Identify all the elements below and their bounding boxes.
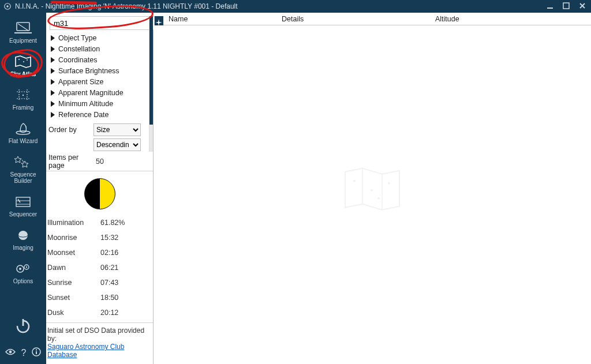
moon-phase-icon: [84, 178, 115, 209]
filter-reference-date[interactable]: Reference Date: [48, 109, 151, 120]
svg-rect-2: [547, 7, 553, 9]
search-input[interactable]: [50, 16, 155, 30]
items-per-page-label: Items per page: [48, 153, 93, 170]
chevron-right-icon: [51, 79, 55, 85]
results-header: Name Details Altitude: [154, 13, 591, 25]
laptop-icon: [13, 21, 33, 36]
filter-apparent-magnitude[interactable]: Apparent Magnitude: [48, 87, 151, 98]
sunset-value: 18:50: [100, 294, 118, 302]
sidebar-item-options[interactable]: Options: [3, 258, 43, 289]
gear-icon: [13, 261, 33, 276]
svg-point-13: [19, 268, 21, 270]
search-panel: Object Type Constellation Coordinates Su…: [46, 13, 154, 364]
sunset-label: Sunset: [47, 294, 100, 302]
moonset-label: Moonset: [47, 249, 100, 257]
chevron-right-icon: [51, 57, 55, 63]
chevron-right-icon: [51, 90, 55, 96]
svg-rect-20: [36, 351, 37, 354]
window-maximize-button[interactable]: [561, 2, 571, 11]
dusk-value: 20:12: [100, 309, 118, 317]
dawn-label: Dawn: [47, 264, 100, 272]
window-minimize-button[interactable]: [545, 2, 555, 11]
chevron-right-icon: [51, 112, 55, 118]
filter-surface-brightness[interactable]: Surface Brightness: [48, 65, 151, 76]
svg-point-8: [23, 95, 24, 96]
chevron-right-icon: [51, 68, 55, 74]
svg-rect-3: [563, 3, 569, 9]
sidebar-item-sequence-builder[interactable]: Sequence Builder: [3, 151, 43, 189]
svg-point-25: [377, 197, 380, 199]
chevron-right-icon: [51, 101, 55, 107]
sidebar-item-sky-atlas[interactable]: Sky Atlas: [3, 51, 43, 82]
column-header-name[interactable]: Name: [169, 15, 282, 23]
eye-icon[interactable]: [5, 348, 16, 358]
sidebar: Equipment Sky Atlas Framing Flat Wizard: [0, 13, 46, 364]
help-icon[interactable]: ?: [21, 348, 27, 358]
star-sequence-icon: [13, 155, 33, 170]
moonrise-value: 15:32: [100, 234, 118, 242]
illumination-label: Illumination: [47, 219, 100, 227]
order-by-select[interactable]: Size: [93, 123, 141, 136]
svg-point-6: [23, 61, 24, 62]
svg-point-24: [388, 182, 390, 184]
credits-link[interactable]: Saguaro Astronomy Club Database: [47, 343, 124, 359]
scrollbar[interactable]: [149, 16, 153, 152]
filter-list: Object Type Constellation Coordinates Su…: [46, 32, 153, 122]
order-direction-select[interactable]: Descendin: [93, 138, 141, 151]
svg-rect-21: [36, 350, 37, 351]
sequencer-icon: [13, 194, 33, 209]
column-header-altitude[interactable]: Altitude: [435, 15, 591, 23]
svg-point-1: [6, 5, 9, 7]
credits-block: Initial set of DSO Data provided by: Sag…: [46, 322, 153, 364]
window-titlebar: N.I.N.A. - Nighttime Imaging 'N' Astrono…: [0, 0, 591, 13]
window-close-button[interactable]: [577, 2, 588, 11]
filter-apparent-size[interactable]: Apparent Size: [48, 76, 151, 87]
column-header-details[interactable]: Details: [282, 15, 435, 23]
chevron-right-icon: [51, 35, 55, 41]
svg-point-18: [9, 351, 12, 354]
illumination-value: 61.82%: [100, 219, 125, 227]
sidebar-item-label: Sequence Builder: [3, 171, 43, 184]
sidebar-item-label: Sky Atlas: [10, 71, 36, 77]
sidebar-item-label: Equipment: [9, 37, 37, 44]
sidebar-item-label: Options: [13, 278, 33, 284]
svg-point-5: [18, 59, 20, 60]
power-button[interactable]: [10, 313, 36, 339]
svg-rect-10: [16, 197, 30, 207]
info-icon[interactable]: [32, 347, 41, 358]
dawn-value: 06:21: [100, 264, 118, 272]
svg-point-15: [26, 267, 27, 268]
moonrise-label: Moonrise: [47, 234, 100, 242]
credits-text: Initial set of DSO Data provided by:: [47, 327, 144, 343]
filter-coordinates[interactable]: Coordinates: [48, 54, 151, 65]
planet-icon: [13, 228, 33, 243]
sidebar-item-equipment[interactable]: Equipment: [3, 17, 43, 48]
sidebar-item-flat-wizard[interactable]: Flat Wizard: [3, 118, 43, 149]
svg-point-22: [353, 179, 356, 182]
sunrise-value: 07:43: [100, 279, 118, 287]
filter-constellation[interactable]: Constellation: [48, 43, 151, 54]
map-icon: [13, 54, 33, 69]
map-watermark-icon: [341, 164, 404, 215]
order-by-label: Order by: [48, 126, 93, 134]
svg-point-7: [27, 59, 28, 61]
sidebar-item-framing[interactable]: Framing: [3, 84, 43, 115]
sidebar-item-label: Sequencer: [9, 211, 37, 217]
svg-point-11: [18, 231, 28, 240]
framing-icon: [13, 88, 33, 103]
results-body: [154, 25, 591, 364]
chevron-right-icon: [51, 46, 55, 52]
items-per-page-value[interactable]: 50: [93, 157, 104, 166]
sidebar-item-sequencer[interactable]: Sequencer: [3, 191, 43, 222]
moon-info-block: Illumination61.82% Moonrise15:32 Moonset…: [46, 171, 153, 322]
dusk-label: Dusk: [47, 309, 100, 317]
sunrise-label: Sunrise: [47, 279, 100, 287]
filter-minimum-altitude[interactable]: Minimum Altitude: [48, 98, 151, 109]
wizard-hat-icon: [13, 121, 33, 136]
results-panel: Name Details Altitude: [154, 13, 591, 364]
sidebar-item-label: Framing: [13, 104, 34, 111]
svg-point-23: [371, 189, 373, 191]
filter-object-type[interactable]: Object Type: [48, 32, 151, 43]
sidebar-item-imaging[interactable]: Imaging: [3, 224, 43, 256]
svg-rect-17: [23, 319, 24, 326]
